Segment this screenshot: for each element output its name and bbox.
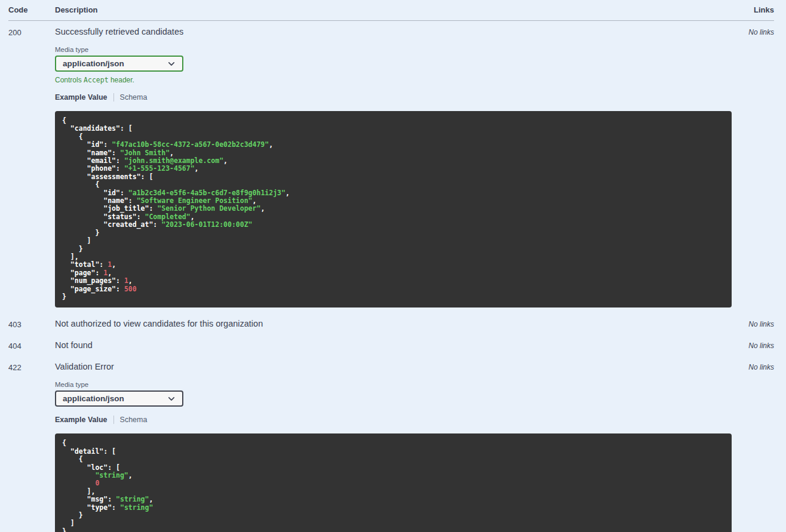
model-example-tabs: Example ValueSchema <box>55 416 732 424</box>
model-example-tabs: Example ValueSchema <box>55 93 732 102</box>
media-type-select[interactable]: application/json <box>55 56 183 72</box>
example-json-block: { "detail": [ { "loc": [ "string", 0 ], … <box>55 433 732 532</box>
accept-header-note: Controls Accept header. <box>55 76 732 84</box>
responses-body: 200Successfully retrieved candidatesMedi… <box>8 21 774 532</box>
tab-separator <box>113 93 114 102</box>
responses-table: Code Description Links 200Successfully r… <box>0 0 786 532</box>
response-links: No links <box>732 340 774 350</box>
response-links: No links <box>732 319 774 329</box>
media-type-selected-value: application/json <box>63 59 124 68</box>
tab-separator <box>113 416 114 424</box>
response-code: 404 <box>8 340 55 350</box>
chevron-down-icon <box>167 60 176 68</box>
response-row: 200Successfully retrieved candidatesMedi… <box>8 21 774 313</box>
response-links: No links <box>732 27 774 307</box>
media-type-selected-value: application/json <box>63 394 124 403</box>
tab-schema[interactable]: Schema <box>120 416 148 424</box>
response-description: Not authorized to view candidates for th… <box>55 319 732 328</box>
media-type-label: Media type <box>55 46 732 53</box>
chevron-down-icon <box>167 395 176 403</box>
header-code: Code <box>8 5 55 14</box>
media-type-label: Media type <box>55 381 732 388</box>
response-code: 403 <box>8 319 55 329</box>
tab-example-value[interactable]: Example Value <box>55 416 108 424</box>
header-description: Description <box>55 5 732 14</box>
media-type-select[interactable]: application/json <box>55 390 183 407</box>
response-description-cell: Not found <box>55 340 732 350</box>
response-row: 403Not authorized to view candidates for… <box>8 313 774 334</box>
response-description: Successfully retrieved candidates <box>55 27 732 36</box>
response-code: 200 <box>8 27 55 307</box>
response-description: Not found <box>55 340 732 350</box>
responses-table-header: Code Description Links <box>8 0 774 21</box>
response-description-cell: Not authorized to view candidates for th… <box>55 319 732 329</box>
response-code: 422 <box>8 362 55 532</box>
response-links: No links <box>732 362 774 532</box>
tab-schema[interactable]: Schema <box>120 93 148 102</box>
response-description: Validation Error <box>55 362 732 371</box>
response-row: 422Validation ErrorMedia typeapplication… <box>8 356 774 532</box>
response-description-cell: Successfully retrieved candidatesMedia t… <box>55 27 732 307</box>
tab-example-value[interactable]: Example Value <box>55 93 108 102</box>
header-links: Links <box>732 5 774 14</box>
response-row: 404Not foundNo links <box>8 334 774 356</box>
example-json-block: { "candidates": [ { "id": "f47ac10b-58cc… <box>55 111 732 307</box>
response-description-cell: Validation ErrorMedia typeapplication/js… <box>55 362 732 532</box>
